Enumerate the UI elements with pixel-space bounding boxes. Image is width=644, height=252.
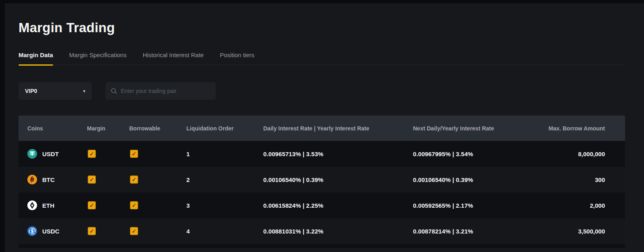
table-body: USDT✓✓10.00965713% | 3.53%0.00967995% | … xyxy=(19,141,625,244)
column-header-coins: Coins xyxy=(27,125,87,132)
coin-label: USDT xyxy=(42,151,59,157)
max-borrow-amount-value: 2,000 xyxy=(537,202,605,209)
coin-cell: USDT xyxy=(27,149,87,159)
margin-checkbox-btc[interactable]: ✓ xyxy=(88,176,96,184)
coin-cell: BBTC xyxy=(27,175,87,184)
btc-coin-icon: B xyxy=(27,175,37,184)
next-daily-yearly-rate-value: 0.00878214% | 3.21% xyxy=(413,228,537,235)
filter-bar: VIP0 ▾ xyxy=(19,82,625,100)
tab-bar: Margin Data Margin Specifications Histor… xyxy=(19,52,625,65)
borrowable-checkbox-eth[interactable]: ✓ xyxy=(130,201,138,209)
checkmark-icon: ✓ xyxy=(89,151,94,157)
max-borrow-amount-value: 300 xyxy=(537,176,605,183)
tab-position-tiers[interactable]: Position tiers xyxy=(220,52,254,65)
checkmark-icon: ✓ xyxy=(89,228,94,234)
tab-margin-data[interactable]: Margin Data xyxy=(19,52,53,65)
table-row-eth: ETH✓✓30.00615824% | 2.25%0.00592565% | 2… xyxy=(19,192,625,218)
tab-margin-specifications[interactable]: Margin Specifications xyxy=(69,52,127,65)
eth-coin-icon xyxy=(27,200,37,210)
table-row-partial xyxy=(19,244,625,248)
search-icon xyxy=(111,88,117,94)
daily-yearly-rate-value: 0.00965713% | 3.53% xyxy=(263,151,413,157)
column-header-max-borrow: Max. Borrow Amount xyxy=(537,125,605,132)
checkmark-icon: ✓ xyxy=(132,228,136,234)
liquidation-order-value: 4 xyxy=(186,228,263,235)
margin-checkbox-usdc[interactable]: ✓ xyxy=(88,227,96,235)
vip-level-selected-value: VIP0 xyxy=(25,88,37,94)
daily-yearly-rate-value: 0.00881031% | 3.22% xyxy=(263,228,413,235)
borrowable-checkbox-usdt[interactable]: ✓ xyxy=(130,150,138,158)
borrowable-checkbox-btc[interactable]: ✓ xyxy=(130,176,138,184)
checkmark-icon: ✓ xyxy=(132,177,136,182)
max-borrow-amount-value: 8,000,000 xyxy=(537,151,605,157)
column-header-margin: Margin xyxy=(87,125,129,132)
liquidation-order-value: 2 xyxy=(186,176,263,183)
borrowable-checkbox-usdc[interactable]: ✓ xyxy=(130,227,138,235)
liquidation-order-value: 3 xyxy=(186,202,263,209)
table-header-row: Coins Margin Borrowable Liquidation Orde… xyxy=(19,116,625,141)
max-borrow-amount-value: 3,500,000 xyxy=(537,228,605,235)
table-row-usdt: USDT✓✓10.00965713% | 3.53%0.00967995% | … xyxy=(19,141,625,167)
margin-trading-page: Margin Trading Margin Data Margin Specif… xyxy=(5,3,644,252)
margin-checkbox-usdt[interactable]: ✓ xyxy=(88,150,96,158)
next-daily-yearly-rate-value: 0.00592565% | 2.17% xyxy=(413,202,537,209)
vip-level-dropdown[interactable]: VIP0 ▾ xyxy=(19,82,92,100)
daily-yearly-rate-value: 0.00615824% | 2.25% xyxy=(263,202,413,209)
tab-historical-interest-rate[interactable]: Historical Interest Rate xyxy=(142,52,204,65)
margin-data-table: Coins Margin Borrowable Liquidation Orde… xyxy=(19,116,625,248)
table-row-btc: BBTC✓✓20.00106540% | 0.39%0.00106540% | … xyxy=(19,167,625,192)
svg-text:$: $ xyxy=(31,228,34,234)
column-header-borrowable: Borrowable xyxy=(129,125,186,132)
usdt-coin-icon xyxy=(27,149,37,159)
next-daily-yearly-rate-value: 0.00106540% | 0.39% xyxy=(413,176,537,183)
chevron-down-icon: ▾ xyxy=(83,89,85,94)
coin-label: USDC xyxy=(42,228,60,235)
checkmark-icon: ✓ xyxy=(132,202,136,208)
daily-yearly-rate-value: 0.00106540% | 0.39% xyxy=(263,176,413,183)
margin-checkbox-eth[interactable]: ✓ xyxy=(88,201,96,209)
column-header-next-daily-yearly-rate: Next Daily/Yearly Interest Rate xyxy=(413,125,537,132)
coin-label: BTC xyxy=(42,176,55,183)
liquidation-order-value: 1 xyxy=(186,151,263,157)
column-header-liquidation-order: Liquidation Order xyxy=(186,125,263,132)
next-daily-yearly-rate-value: 0.00967995% | 3.54% xyxy=(413,151,537,157)
coin-label: ETH xyxy=(42,202,54,209)
table-row-usdc: $USDC✓✓40.00881031% | 3.22%0.00878214% |… xyxy=(19,218,625,244)
page-title: Margin Trading xyxy=(19,20,625,35)
coin-cell: ETH xyxy=(27,200,87,210)
coin-cell: $USDC xyxy=(27,226,87,236)
checkmark-icon: ✓ xyxy=(132,151,136,157)
column-header-daily-yearly-rate: Daily Interest Rate | Yearly Interest Ra… xyxy=(263,125,413,132)
trading-pair-search[interactable] xyxy=(105,82,216,100)
checkmark-icon: ✓ xyxy=(89,177,94,182)
search-input[interactable] xyxy=(121,88,211,94)
checkmark-icon: ✓ xyxy=(89,202,94,208)
usdc-coin-icon: $ xyxy=(27,226,37,236)
